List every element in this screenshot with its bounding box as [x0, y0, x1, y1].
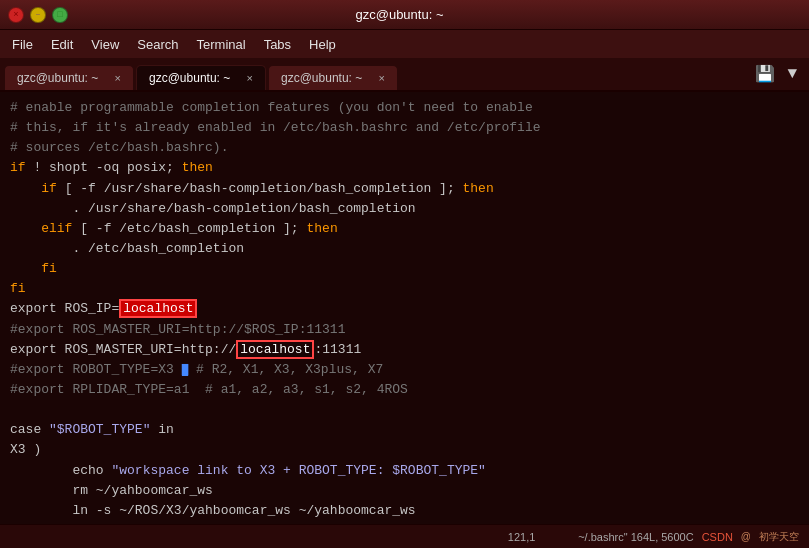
- line-2: # this, if it's already enabled in /etc/…: [10, 120, 541, 135]
- tab-1-close[interactable]: ×: [115, 72, 121, 84]
- tab-dropdown-button[interactable]: ▼: [783, 63, 801, 85]
- menu-help[interactable]: Help: [301, 34, 344, 55]
- menu-terminal[interactable]: Terminal: [189, 34, 254, 55]
- line-13: export ROS_MASTER_URI=http://localhost:1…: [10, 340, 361, 359]
- line-9: fi: [10, 261, 57, 276]
- tab-2-close[interactable]: ×: [247, 72, 253, 84]
- ros-ip-highlight: localhost: [119, 299, 197, 318]
- line-7: elif [ -f /etc/bash_completion ]; then: [10, 221, 338, 236]
- ros-master-highlight: localhost: [236, 340, 314, 359]
- tab-3-close[interactable]: ×: [379, 72, 385, 84]
- menu-search[interactable]: Search: [129, 34, 186, 55]
- line-11: export ROS_IP=localhost: [10, 299, 197, 318]
- line-19: rm ~/yahboomcar_ws: [10, 483, 213, 498]
- line-6: . /usr/share/bash-completion/bash_comple…: [10, 201, 416, 216]
- line-21: ;;: [10, 523, 26, 524]
- statusbar-fileinfo: 121,1 ~/.bashrc" 164L, 5600C: [508, 531, 694, 543]
- app-window: × – □ gzc@ubuntu: ~ File Edit View Searc…: [0, 0, 809, 548]
- menu-file[interactable]: File: [4, 34, 41, 55]
- line-15: #export RPLIDAR_TYPE=a1 # a1, a2, a3, s1…: [10, 382, 408, 397]
- statusbar-right: 121,1 ~/.bashrc" 164L, 5600C CSDN @ 初学天空: [508, 530, 799, 544]
- line-8: . /etc/bash_completion: [10, 241, 244, 256]
- line-17: X3 ): [10, 442, 41, 457]
- minimize-button[interactable]: –: [30, 7, 46, 23]
- line-12: #export ROS_MASTER_URI=http://$ROS_IP:11…: [10, 322, 345, 337]
- line-18: echo "workspace link to X3 + ROBOT_TYPE:…: [10, 463, 486, 478]
- line-1: # enable programmable completion feature…: [10, 100, 533, 115]
- line-4: if ! shopt -oq posix; then: [10, 160, 213, 175]
- line-16: case "$ROBOT_TYPE" in: [10, 422, 174, 437]
- tabsbar: gzc@ubuntu: ~ × gzc@ubuntu: ~ × gzc@ubun…: [0, 58, 809, 92]
- terminal-text: # enable programmable completion feature…: [10, 98, 799, 524]
- line-3: # sources /etc/bash.bashrc).: [10, 140, 228, 155]
- menu-view[interactable]: View: [83, 34, 127, 55]
- watermark-name: 初学天空: [759, 530, 799, 544]
- file-info: ~/.bashrc" 164L, 5600C: [578, 531, 694, 543]
- window-title: gzc@ubuntu: ~: [68, 7, 731, 22]
- menu-edit[interactable]: Edit: [43, 34, 81, 55]
- close-button[interactable]: ×: [8, 7, 24, 23]
- tab-1-label: gzc@ubuntu: ~: [17, 71, 98, 85]
- terminal-content: # enable programmable completion feature…: [0, 92, 809, 524]
- line-10: fi: [10, 281, 26, 296]
- tab-actions: 💾 ▼: [751, 62, 805, 90]
- tab-3-label: gzc@ubuntu: ~: [281, 71, 362, 85]
- new-tab-button[interactable]: 💾: [751, 62, 779, 86]
- cursor-position: 121,1: [508, 531, 536, 543]
- window-controls: × – □: [8, 7, 68, 23]
- titlebar: × – □ gzc@ubuntu: ~: [0, 0, 809, 30]
- maximize-button[interactable]: □: [52, 7, 68, 23]
- tab-2[interactable]: gzc@ubuntu: ~ ×: [136, 65, 266, 90]
- menubar: File Edit View Search Terminal Tabs Help: [0, 30, 809, 58]
- blue-square: █: [182, 364, 189, 376]
- menu-tabs[interactable]: Tabs: [256, 34, 299, 55]
- tab-3[interactable]: gzc@ubuntu: ~ ×: [268, 65, 398, 90]
- watermark-text: @: [741, 531, 751, 542]
- statusbar: 121,1 ~/.bashrc" 164L, 5600C CSDN @ 初学天空: [0, 524, 809, 548]
- line-14: #export ROBOT_TYPE=X3 █ # R2, X1, X3, X3…: [10, 362, 383, 377]
- line-20: ln -s ~/ROS/X3/yahboomcar_ws ~/yahboomca…: [10, 503, 416, 518]
- csdn-badge: CSDN: [702, 531, 733, 543]
- tab-2-label: gzc@ubuntu: ~: [149, 71, 230, 85]
- tab-1[interactable]: gzc@ubuntu: ~ ×: [4, 65, 134, 90]
- line-5: if [ -f /usr/share/bash-completion/bash_…: [10, 181, 494, 196]
